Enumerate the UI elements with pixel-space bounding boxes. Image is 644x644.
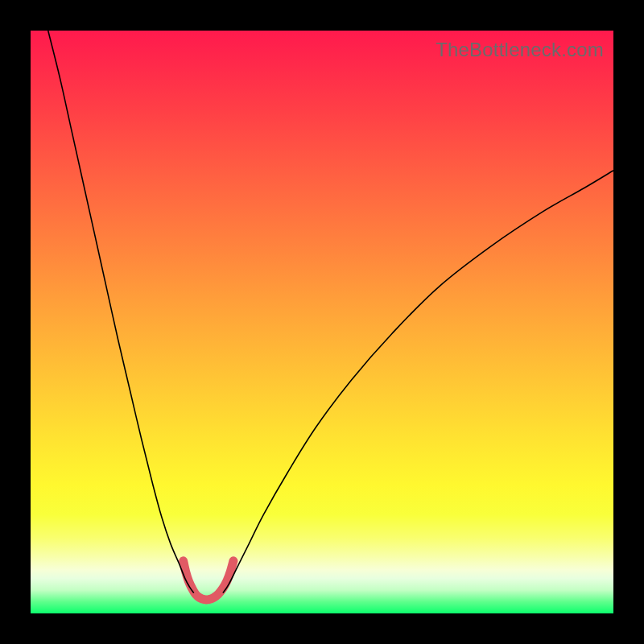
series-right-branch [223,171,613,593]
chart-frame: TheBottleneck.com [0,0,644,644]
curves-svg [31,31,613,613]
watermark-label: TheBottleneck.com [436,39,604,61]
series-left-branch [48,31,194,593]
series-valley-highlight [184,561,233,600]
plot-area: TheBottleneck.com [31,31,613,613]
